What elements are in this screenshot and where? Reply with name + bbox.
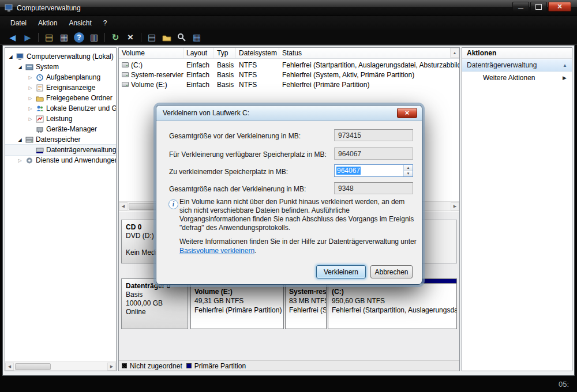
submenu-arrow-icon [563, 75, 567, 81]
actions-more-label: Weitere Aktionen [483, 74, 535, 82]
grid-icon[interactable] [190, 31, 204, 44]
volume-row-system-reserviert[interactable]: System-reserviert Einfach Basis NTFS Feh… [119, 70, 459, 80]
partition-status: Fehlerfrei (Primäre Partition) [194, 306, 280, 315]
menu-hilfe[interactable]: ? [98, 17, 113, 29]
legend-bar: Nicht zugeordnet Primäre Partition [119, 360, 459, 371]
expander-icon[interactable] [17, 137, 23, 142]
partition-name: (C:) [332, 287, 453, 296]
minimize-icon[interactable] [512, 2, 529, 12]
expander-icon[interactable] [8, 54, 14, 59]
tree-item-label: Leistung [46, 115, 72, 123]
scrollbar-thumb[interactable] [15, 363, 51, 370]
column-layout[interactable]: Layout [183, 48, 214, 58]
tree-item-label: Ereignisanzeige [46, 84, 95, 92]
actions-more-item[interactable]: Weitere Aktionen [462, 71, 572, 84]
search-icon[interactable] [175, 31, 189, 44]
scroll-left-icon[interactable] [5, 363, 14, 371]
shrink-button[interactable]: Verkleinern [316, 265, 366, 278]
tree-item-label: Lokale Benutzer und Gruppen [46, 104, 116, 112]
volume-status: Fehlerfrei (Primäre Partition) [279, 81, 459, 89]
expander-icon[interactable] [27, 96, 33, 101]
tree-item-lokale-benutzer[interactable]: Lokale Benutzer und Gruppen [5, 103, 116, 114]
tree-item-system[interactable]: System [5, 62, 116, 72]
menu-ansicht[interactable]: Ansicht [63, 17, 97, 29]
window-controls [512, 2, 571, 12]
volume-row-c[interactable]: (C:) Einfach Basis NTFS Fehlerfrei (Star… [119, 60, 459, 70]
help-link[interactable]: Basisvolume verkleinern [179, 247, 254, 255]
expander-icon[interactable] [27, 116, 33, 122]
toolbar-separator [104, 33, 105, 42]
tree-item-leistung[interactable]: Leistung [5, 114, 116, 124]
refresh-icon[interactable] [108, 31, 122, 44]
expander-icon[interactable] [27, 106, 33, 111]
partition-c[interactable]: (C:) 950,60 GB NTFS Fehlerfrei (Startpar… [328, 278, 457, 329]
tree-item-label: Datenspeicher [36, 135, 80, 144]
scroll-left-icon[interactable] [119, 202, 128, 210]
partition-e[interactable]: Volume (E:) 49,31 GB NTFS Fehlerfrei (Pr… [190, 278, 284, 329]
cancel-button[interactable]: Abbrechen [370, 265, 413, 278]
tree-item-ereignisanzeige[interactable]: Ereignisanzeige [5, 82, 116, 93]
scroll-up-icon[interactable] [450, 48, 459, 58]
disk0-box[interactable]: Datenträger 0 Basis 1000,00 GB Online [121, 278, 188, 329]
computer-icon [16, 53, 24, 61]
spin-up-icon[interactable] [404, 165, 413, 171]
tree-item-datenspeicher[interactable]: Datenspeicher [5, 134, 116, 145]
folder-icon[interactable] [160, 31, 174, 44]
export-list-icon[interactable] [42, 31, 56, 44]
actions-group-datentraegerverwaltung[interactable]: Datenträgerverwaltung [462, 59, 572, 71]
expander-icon[interactable] [27, 85, 33, 91]
tree-item-datentraegerverwaltung[interactable]: Datenträgerverwaltung [5, 145, 116, 155]
value-total-before: 973415 [334, 129, 413, 141]
tree-item-dienste[interactable]: Dienste und Anwendungen [5, 155, 116, 165]
column-typ[interactable]: Typ [214, 48, 236, 58]
task-scheduler-icon [36, 74, 44, 81]
legend-label: Nicht zugeordnet [130, 362, 182, 370]
properties-icon[interactable] [145, 31, 159, 44]
volume-name: (C:) [131, 61, 143, 69]
partition-system-reserviert[interactable]: System-reserviert 83 MB NTFS Fehlerfrei … [285, 278, 327, 329]
toolbar-separator [141, 33, 141, 42]
volume-row-e[interactable]: Volume (E:) Einfach Basis NTFS Fehlerfre… [119, 80, 459, 89]
dialog-titlebar: Verkleinern von Laufwerk C: [156, 105, 422, 121]
delete-icon[interactable] [123, 31, 137, 44]
tree-horizontal-scrollbar[interactable] [5, 361, 116, 371]
shrink-amount-input[interactable]: 964067 [334, 164, 413, 177]
volume-dateisystem: NTFS [236, 61, 279, 69]
spin-down-icon[interactable] [404, 171, 413, 177]
value-total-after: 9348 [334, 182, 413, 194]
menu-datei[interactable]: Datei [5, 17, 32, 29]
tree-item-geraete-manager[interactable]: Geräte-Manager [5, 124, 116, 134]
scroll-right-icon[interactable] [451, 202, 459, 210]
volume-status: Fehlerfrei (Startpartition, Auslagerungs… [279, 61, 459, 69]
help-icon[interactable] [74, 32, 84, 43]
dialog-close-icon[interactable] [397, 108, 417, 118]
close-icon[interactable] [548, 2, 571, 12]
tree-item-freigegebene-ordner[interactable]: Freigegebene Ordner [5, 93, 116, 103]
expander-icon[interactable] [27, 75, 33, 80]
forward-icon[interactable] [21, 31, 35, 44]
disk0-type: Basis [126, 291, 183, 299]
tree-item-computerverwaltung[interactable]: Computerverwaltung (Lokal) [5, 51, 116, 62]
shrink-amount-value[interactable]: 964067 [336, 167, 361, 175]
maximize-icon[interactable] [530, 2, 547, 12]
tree-item-label: Aufgabenplanung [46, 73, 100, 81]
back-icon[interactable] [6, 31, 20, 44]
volume-typ: Basis [214, 71, 236, 79]
column-dateisystem[interactable]: Dateisystem [236, 48, 279, 58]
tree-item-aufgabenplanung[interactable]: Aufgabenplanung [5, 72, 116, 82]
collapse-chevron-icon[interactable] [563, 63, 567, 68]
action-pane-icon[interactable] [87, 31, 101, 44]
partition-size: 83 MB NTFS [289, 296, 323, 306]
dialog-info-text: Ein Volume kann nicht über den Punkt hin… [179, 198, 417, 232]
console-window-icon[interactable] [57, 31, 71, 44]
column-status[interactable]: Status [279, 48, 459, 58]
device-manager-icon [36, 126, 44, 133]
scroll-right-icon[interactable] [107, 363, 116, 371]
expander-icon[interactable] [17, 65, 23, 70]
menu-aktion[interactable]: Aktion [32, 17, 63, 29]
value-available-shrink: 964067 [334, 148, 413, 160]
tree-item-label: Freigegebene Ordner [46, 94, 113, 102]
column-volume[interactable]: Volume [119, 48, 183, 58]
tree-item-label: Datenträgerverwaltung [46, 146, 116, 154]
expander-icon[interactable] [17, 158, 23, 163]
